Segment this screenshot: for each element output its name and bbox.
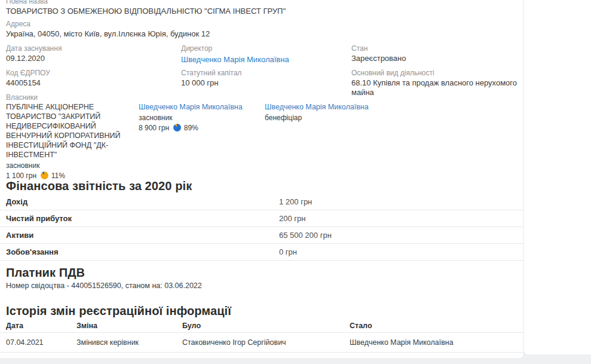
field-status: Стан Зареєстровано [351, 44, 519, 63]
edrpou-label: Код ЄДРПОУ [6, 69, 173, 77]
history-col-change: Зміна [76, 321, 97, 331]
finance-row-label: Чистий прибуток [6, 210, 72, 227]
history-col-became: Стало [350, 321, 372, 331]
owner-amount: 1 100 грн [6, 172, 36, 180]
finance-row-value: 0 грн [279, 244, 297, 260]
vat-certificate-note: Номер свідоцтва - 440051526590, станом н… [6, 282, 202, 290]
founded-label: Дата заснування [6, 44, 173, 53]
owner-share-percent: 89% [184, 124, 198, 132]
finance-row-value: 200 грн [279, 210, 305, 227]
full-name-label: Повна назва [6, 0, 496, 5]
owner-share: 8 900 грн 89% [139, 124, 258, 132]
address-value: Україна, 04050, місто Київ, вул.Іллєнка … [6, 29, 496, 39]
owner-name-link[interactable]: Шведченко Марія Миколаївна [265, 103, 369, 111]
field-full-name: Повна назва ТОВАРИСТВО З ОБМЕЖЕНОЮ ВІДПО… [6, 0, 496, 16]
history-was-link[interactable]: Стаковиченко Ігор Сергійович [182, 333, 286, 352]
owner-name: ПУБЛІЧНЕ АКЦІОНЕРНЕ ТОВАРИСТВО "ЗАКРИТИЙ… [6, 102, 134, 160]
owner-item: Шведченко Марія Миколаївна засновник 8 9… [139, 102, 258, 132]
pie-chart-icon [173, 124, 181, 131]
activity-label: Основний вид діяльності [351, 69, 522, 77]
status-value: Зареєстровано [351, 54, 519, 63]
history-change: Змінився керівник [76, 333, 139, 352]
right-panel [524, 0, 591, 354]
finance-section-title: Фінансова звітність за 2020 рік [6, 179, 192, 193]
table-row: Зобов'язання 0 грн [0, 244, 524, 261]
field-main-activity: Основний вид діяльності 68.10 Купівля та… [351, 69, 522, 97]
history-table-header: Дата Зміна Було Стало [0, 321, 524, 333]
owner-share: 1 100 грн 11% [6, 172, 134, 180]
finance-row-value: 65 500 200 грн [279, 227, 332, 243]
owner-role: засновник [6, 161, 134, 170]
finance-row-label: Дохід [6, 194, 27, 210]
finance-table: Дохід 1 200 грн Чистий прибуток 200 грн … [0, 194, 524, 261]
field-director: Директор Шведченко Марія Миколаївна [181, 44, 342, 65]
status-label: Стан [351, 44, 519, 53]
table-row: 07.04.2021 Змінився керівник Стаковиченк… [0, 333, 524, 353]
field-edrpou-code: Код ЄДРПОУ 44005154 [6, 69, 173, 88]
director-link[interactable]: Шведченко Марія Миколаївна [181, 55, 289, 64]
address-label: Адреса [6, 20, 496, 28]
full-name-value: ТОВАРИСТВО З ОБМЕЖЕНОЮ ВІДПОВІДАЛЬНІСТЮ … [6, 7, 496, 16]
company-card: Повна назва ТОВАРИСТВО З ОБМЕЖЕНОЮ ВІДПО… [0, 0, 524, 358]
history-date: 07.04.2021 [6, 333, 44, 352]
owner-name-link[interactable]: Шведченко Марія Миколаївна [139, 103, 243, 111]
edrpou-value: 44005154 [6, 78, 173, 88]
finance-row-value: 1 200 грн [279, 194, 312, 210]
field-capital: Статутний капітал 10 000 грн [181, 69, 342, 88]
history-section-title: Історія змін реєстраційної інформації [6, 304, 231, 318]
table-row: Активи 65 500 200 грн [0, 227, 524, 244]
owner-item: Шведченко Марія Миколаївна бенефіціар [265, 102, 384, 122]
vat-section-title: Платник ПДВ [6, 266, 85, 280]
owner-amount: 8 900 грн [139, 124, 169, 132]
history-became-link[interactable]: Шведченко Марія Миколаївна [350, 333, 454, 352]
owner-role: бенефіціар [265, 114, 384, 122]
activity-value: 68.10 Купівля та продаж власного нерухом… [351, 78, 522, 97]
finance-row-label: Активи [6, 227, 33, 243]
company-profile-page: Повна назва ТОВАРИСТВО З ОБМЕЖЕНОЮ ВІДПО… [0, 0, 591, 364]
director-label: Директор [181, 44, 342, 53]
history-col-date: Дата [6, 321, 23, 331]
owners-label: Власники [6, 93, 38, 102]
pie-chart-icon [41, 172, 48, 179]
table-row: Чистий прибуток 200 грн [0, 210, 524, 227]
capital-label: Статутний капітал [181, 69, 342, 77]
founded-value: 09.12.2020 [6, 54, 173, 63]
history-col-was: Було [182, 321, 201, 331]
table-row: Дохід 1 200 грн [0, 194, 524, 210]
owner-role: засновник [139, 114, 258, 122]
field-founded-date: Дата заснування 09.12.2020 [6, 44, 173, 63]
owner-item: ПУБЛІЧНЕ АКЦІОНЕРНЕ ТОВАРИСТВО "ЗАКРИТИЙ… [6, 102, 134, 180]
finance-row-label: Зобов'язання [6, 244, 59, 260]
field-address: Адреса Україна, 04050, місто Київ, вул.І… [6, 20, 496, 39]
owner-share-percent: 11% [51, 172, 65, 180]
capital-value: 10 000 грн [181, 78, 342, 88]
